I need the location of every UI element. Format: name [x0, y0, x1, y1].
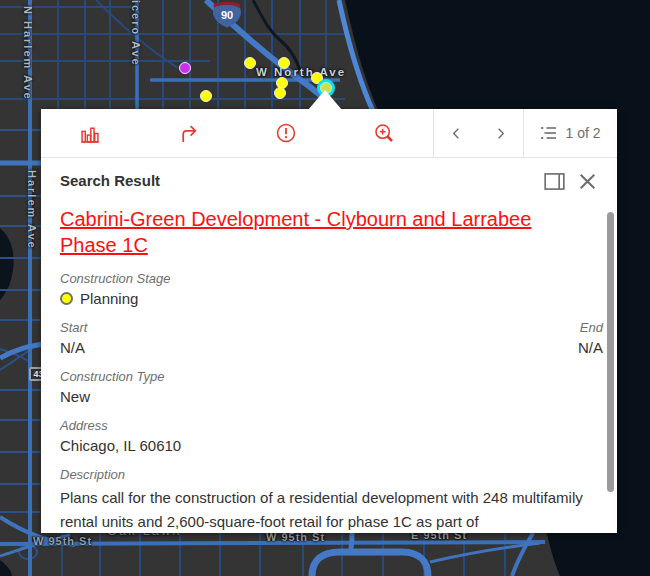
zoom-to-button[interactable]	[335, 109, 433, 157]
popup-header: Search Result	[41, 158, 617, 191]
map-marker[interactable]	[278, 57, 290, 69]
directions-button[interactable]	[139, 109, 237, 157]
field-description: Description Plans call for the construct…	[60, 467, 603, 533]
map-marker[interactable]	[244, 57, 256, 69]
end-value: N/A	[578, 339, 603, 356]
start-value: N/A	[60, 339, 87, 356]
popup-scrollbar-thumb[interactable]	[607, 212, 614, 492]
popup-panel: 1 of 2 Search Result	[41, 109, 617, 533]
result-list-button[interactable]: 1 of 2	[524, 109, 617, 157]
bar-chart-icon	[80, 124, 100, 143]
field-address: Address Chicago, IL 60610	[60, 418, 603, 454]
popup-toolbar: 1 of 2	[41, 109, 617, 158]
list-icon	[540, 124, 558, 142]
close-icon	[578, 172, 597, 191]
chevron-left-icon	[450, 127, 463, 140]
chart-button[interactable]	[41, 109, 139, 157]
dock-button[interactable]	[544, 172, 565, 191]
field-construction-stage: Construction Stage Planning	[60, 271, 603, 307]
close-button[interactable]	[578, 172, 597, 191]
map-marker[interactable]	[179, 62, 191, 74]
pagination-label: 1 of 2	[565, 125, 600, 141]
previous-result-button[interactable]	[434, 109, 479, 157]
map-app: N Harlem Ave Harlem Ave Cicero Ave W Nor…	[0, 0, 650, 576]
field-construction-type: Construction Type New	[60, 369, 603, 405]
field-start-end: Start N/A End N/A	[60, 320, 603, 356]
popup-title: Search Result	[60, 172, 160, 189]
map-marker[interactable]	[311, 72, 323, 84]
result-title-link[interactable]: Cabrini-Green Development - Clybourn and…	[60, 206, 590, 258]
turn-right-arrow-icon	[179, 124, 198, 143]
chevron-right-icon	[494, 127, 507, 140]
next-result-button[interactable]	[479, 109, 524, 157]
zoom-in-icon	[374, 123, 394, 143]
alert-button[interactable]	[237, 109, 335, 157]
map-marker[interactable]	[200, 90, 212, 102]
map-marker[interactable]	[274, 87, 286, 99]
exclamation-circle-icon	[276, 123, 296, 143]
popup-content: Cabrini-Green Development - Clybourn and…	[41, 206, 617, 533]
dock-right-icon	[544, 172, 565, 191]
popup-callout-arrow	[308, 90, 342, 110]
planning-stage-dot-icon	[60, 292, 73, 305]
